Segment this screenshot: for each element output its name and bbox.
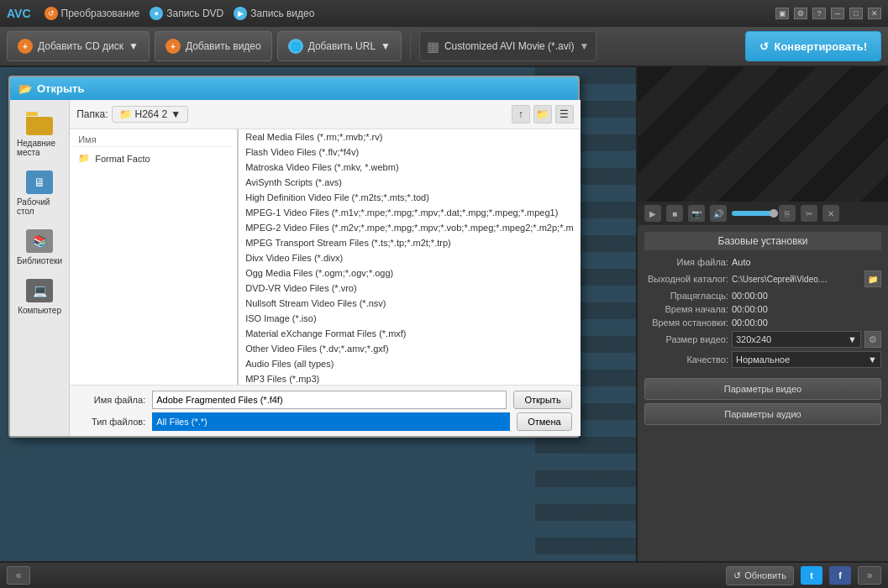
folder-item-label: Format Facto bbox=[95, 154, 150, 164]
size-setting-dropdown[interactable]: 320x240 ▼ bbox=[732, 331, 861, 348]
nav-new-folder-btn[interactable]: 📁 bbox=[533, 105, 552, 123]
convert-button[interactable]: ↺ Конвертировать! bbox=[745, 31, 881, 61]
open-button[interactable]: Открыть bbox=[513, 391, 571, 409]
convert-btn-label: Конвертировать! bbox=[774, 40, 867, 53]
sidebar-recent-label: Недавние места bbox=[17, 139, 62, 157]
copy-btn[interactable]: ⎘ bbox=[779, 205, 796, 222]
filetype-item-7[interactable]: MPEG Transport Stream Files (*.ts;*.tp;*… bbox=[239, 235, 580, 250]
filetype-item-2[interactable]: Matroska Video Files (*.mkv, *.webm) bbox=[239, 160, 580, 175]
nav-left-btn[interactable]: « bbox=[7, 566, 30, 585]
sidebar-library-label: Библиотеки bbox=[17, 256, 62, 265]
add-url-label: Добавить URL bbox=[308, 40, 376, 52]
filetype-item-8[interactable]: Divx Video Files (*.divx) bbox=[239, 250, 580, 265]
cut-btn[interactable]: ✂ bbox=[801, 205, 817, 222]
filetype-item-1[interactable]: Flash Video Files (*.flv;*f4v) bbox=[239, 144, 580, 160]
play-btn[interactable]: ▶ bbox=[644, 205, 661, 222]
filetype-item-14[interactable]: Other Video Files (*.dv;*.amv;*.gxf) bbox=[239, 341, 580, 356]
statusbar: « ↺ Обновить t f » bbox=[0, 561, 888, 588]
dialog-main: Папка: 📁 H264 2 ▼ ↑ 📁 ☰ bbox=[70, 100, 580, 436]
dialog-icon: 📂 bbox=[18, 82, 32, 95]
stop-setting-row: Время остановки: 00:00:00 bbox=[644, 318, 881, 328]
filetype-item-9[interactable]: Ogg Media Files (*.ogm;*.ogv;*.ogg) bbox=[239, 265, 580, 281]
folder-path: Папка: 📁 H264 2 ▼ bbox=[76, 106, 188, 123]
filename-input[interactable] bbox=[152, 391, 507, 409]
folder-selector[interactable]: 📁 H264 2 ▼ bbox=[112, 106, 189, 123]
view-toggle-btn[interactable]: ☰ bbox=[555, 105, 574, 123]
volume-bar bbox=[732, 211, 774, 216]
filetype-item-13[interactable]: Material eXchange Format Files (*.mxf) bbox=[239, 326, 580, 341]
column-name-header: Имя bbox=[73, 133, 234, 147]
titlebar-dvd-label: Запись DVD bbox=[166, 8, 223, 19]
volume-thumb bbox=[770, 209, 778, 218]
add-cd-button[interactable]: + Добавить CD диск ▼ bbox=[7, 31, 150, 61]
screenshot-btn[interactable]: 📷 bbox=[688, 205, 705, 222]
filetype-item-6[interactable]: MPEG-2 Video Files (*.m2v;*.mpe;*.mpg;*.… bbox=[239, 220, 580, 235]
window-help-btn[interactable]: ? bbox=[812, 8, 826, 19]
nav-up-btn[interactable]: ↑ bbox=[512, 105, 530, 123]
twitter-btn[interactable]: t bbox=[801, 566, 822, 585]
output-setting-label: Выходной каталог: bbox=[644, 274, 728, 284]
stop-setting-value: 00:00:00 bbox=[732, 318, 881, 328]
titlebar-dvd[interactable]: ● Запись DVD bbox=[150, 7, 223, 20]
dialog-sidebar: Недавние места 🖥 Рабочий стол 📚 Библиоте… bbox=[10, 100, 70, 436]
filetype-item-10[interactable]: DVD-VR Video Files (*.vro) bbox=[239, 281, 580, 296]
filetype-item-4[interactable]: High Definition Video File (*.m2ts;*.mts… bbox=[239, 190, 580, 205]
add-cd-label: Добавить CD диск bbox=[38, 40, 123, 52]
cancel-button[interactable]: Отмена bbox=[517, 412, 571, 431]
sidebar-item-desktop[interactable]: 🖥 Рабочий стол bbox=[13, 165, 66, 221]
window-controls: ▣ ⚙ ? ─ □ ✕ bbox=[775, 8, 881, 19]
filetype-item-15[interactable]: Audio Files (all types) bbox=[239, 356, 580, 371]
folder-item-format[interactable]: 📁 Format Facto bbox=[73, 150, 234, 166]
add-cd-dropdown-arrow[interactable]: ▼ bbox=[129, 40, 139, 52]
filetype-item-5[interactable]: MPEG-1 Video Files (*.m1v;*.mpe;*.mpg;*.… bbox=[239, 205, 580, 220]
window-maximize-btn[interactable]: □ bbox=[849, 8, 863, 19]
output-browse-btn[interactable]: 📁 bbox=[864, 270, 881, 287]
open-file-dialog: 📂 Открыть Недавние места 🖥 Рабоч bbox=[8, 76, 580, 438]
titlebar-video[interactable]: ▶ Запись видео bbox=[234, 7, 314, 20]
sidebar-item-recent[interactable]: Недавние места bbox=[13, 107, 66, 162]
format-dropdown-arrow[interactable]: ▼ bbox=[579, 40, 589, 52]
filetype-input[interactable] bbox=[152, 412, 510, 431]
update-icon: ↺ bbox=[733, 570, 741, 581]
main-toolbar: + Добавить CD диск ▼ + Добавить видео 🌐 … bbox=[0, 27, 888, 67]
filetype-item-11[interactable]: Nullsoft Stream Video Files (*.nsv) bbox=[239, 296, 580, 311]
filetype-item-16[interactable]: MP3 Files (*.mp3) bbox=[239, 371, 580, 385]
desktop-icon: 🖥 bbox=[26, 171, 53, 194]
size-gear-btn[interactable]: ⚙ bbox=[864, 331, 881, 348]
add-url-button[interactable]: 🌐 Добавить URL ▼ bbox=[277, 31, 402, 61]
format-icon: ▦ bbox=[427, 39, 439, 55]
nav-right-btn[interactable]: » bbox=[858, 566, 881, 585]
window-close-btn[interactable]: ✕ bbox=[868, 8, 881, 19]
file-type-dropdown-list[interactable]: Real Media Files (*.rm;*.mvb;*.rv) Flash… bbox=[238, 129, 580, 385]
recent-icon bbox=[26, 112, 53, 135]
format-label: Customized AVI Movie (*.avi) bbox=[444, 40, 575, 52]
add-url-dropdown-arrow[interactable]: ▼ bbox=[381, 40, 391, 52]
delete-btn[interactable]: ✕ bbox=[822, 205, 839, 222]
filetype-item-3[interactable]: AviSynth Scripts (*.avs) bbox=[239, 175, 580, 190]
stop-btn[interactable]: ■ bbox=[666, 205, 683, 222]
sidebar-item-library[interactable]: 📚 Библиотеки bbox=[13, 224, 66, 270]
window-minimize-btn[interactable]: ─ bbox=[831, 8, 844, 19]
window-settings-btn[interactable]: ⚙ bbox=[794, 8, 807, 19]
size-value: 320x240 bbox=[736, 334, 771, 344]
volume-btn[interactable]: 🔊 bbox=[710, 205, 727, 222]
window-monitor-btn[interactable]: ▣ bbox=[775, 8, 789, 19]
audio-params-btn[interactable]: Параметры аудио bbox=[644, 403, 881, 425]
folder-dropdown-arrow: ▼ bbox=[171, 108, 181, 120]
dialog-content: Имя 📁 Format Facto Real Media Files (*.r… bbox=[70, 129, 580, 385]
quality-setting-dropdown[interactable]: Нормальное ▼ bbox=[732, 351, 881, 368]
facebook-btn[interactable]: f bbox=[829, 566, 851, 585]
update-btn[interactable]: ↺ Обновить bbox=[726, 566, 794, 585]
dialog-body: Недавние места 🖥 Рабочий стол 📚 Библиоте… bbox=[10, 100, 578, 436]
dialog-titlebar: 📂 Открыть bbox=[10, 77, 578, 100]
filetype-item-12[interactable]: ISO Image (*.iso) bbox=[239, 311, 580, 326]
video-params-btn[interactable]: Параметры видео bbox=[644, 378, 881, 400]
filetype-item-0[interactable]: Real Media Files (*.rm;*.mvb;*.rv) bbox=[239, 129, 580, 144]
quality-dropdown-arrow: ▼ bbox=[868, 354, 877, 365]
dialog-nav-buttons: ↑ 📁 ☰ bbox=[512, 105, 574, 123]
add-video-label: Добавить видео bbox=[186, 40, 261, 52]
sidebar-item-computer[interactable]: 💻 Компьютер bbox=[13, 274, 66, 320]
titlebar-convert[interactable]: ↺ Преобразование bbox=[45, 7, 140, 20]
start-setting-row: Время начала: 00:00:00 bbox=[644, 304, 881, 314]
add-video-button[interactable]: + Добавить видео bbox=[155, 31, 272, 61]
